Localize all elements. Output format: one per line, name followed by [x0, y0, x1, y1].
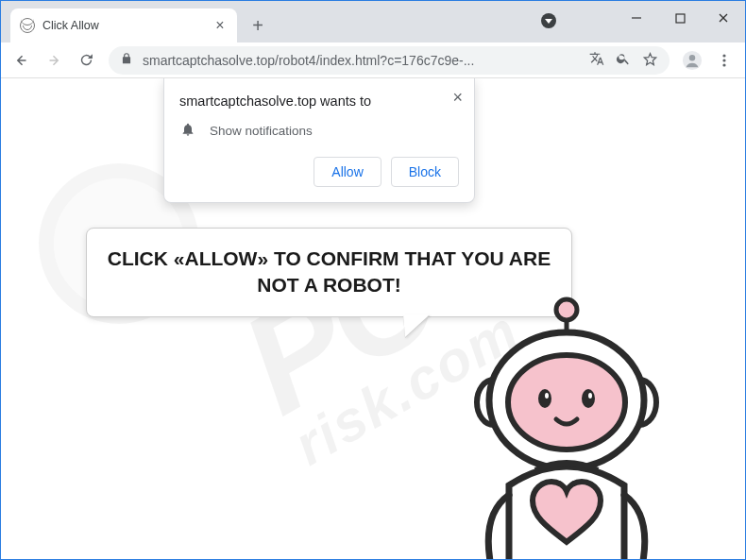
maximize-button[interactable] [658, 1, 702, 35]
star-icon[interactable] [642, 51, 658, 70]
svg-point-14 [508, 355, 625, 450]
reload-button[interactable] [73, 47, 99, 74]
close-tab-icon[interactable]: × [212, 17, 228, 34]
svg-point-5 [689, 55, 695, 60]
svg-point-16 [582, 389, 595, 408]
url-text: smartcaptchasolve.top/robot4/index.html?… [143, 53, 580, 68]
svg-point-8 [722, 63, 725, 66]
svg-rect-1 [676, 14, 685, 23]
close-icon[interactable]: × [452, 88, 463, 108]
profile-icon[interactable] [679, 47, 705, 74]
new-tab-button[interactable]: + [245, 12, 271, 39]
forward-button[interactable] [41, 47, 67, 74]
allow-button[interactable]: Allow [314, 157, 381, 187]
captcha-headline: CLICK «ALLOW» TO CONFIRM THAT YOU ARE NO… [106, 246, 552, 299]
close-window-button[interactable] [702, 1, 745, 35]
browser-toolbar: smartcaptchasolve.top/robot4/index.html?… [1, 42, 745, 78]
robot-illustration [443, 297, 688, 560]
permission-item: Show notifications [179, 122, 459, 140]
browser-tab[interactable]: Click Allow × [10, 8, 237, 42]
svg-point-18 [588, 393, 592, 399]
back-button[interactable] [8, 47, 35, 74]
block-button[interactable]: Block [391, 157, 459, 187]
svg-point-10 [556, 299, 577, 320]
zoom-icon[interactable] [616, 51, 631, 69]
tab-title: Click Allow [42, 19, 99, 32]
globe-icon [20, 18, 35, 33]
translate-icon[interactable] [589, 51, 604, 69]
page-content: PC risk.com × smartcaptchasolve.top want… [1, 78, 745, 560]
svg-point-15 [538, 389, 551, 408]
menu-icon[interactable] [711, 47, 738, 74]
permission-item-label: Show notifications [210, 124, 313, 138]
permission-title: smartcaptchasolve.top wants to [179, 93, 459, 109]
window-titlebar: Click Allow × + [1, 1, 745, 42]
svg-point-6 [722, 54, 725, 57]
window-controls [615, 1, 745, 35]
svg-point-17 [545, 393, 549, 399]
notification-permission-dialog: × smartcaptchasolve.top wants to Show no… [163, 78, 475, 203]
address-bar[interactable]: smartcaptchasolve.top/robot4/index.html?… [109, 46, 670, 75]
bubble-tail-icon [403, 314, 430, 337]
minimize-button[interactable] [615, 1, 658, 35]
media-indicator-icon[interactable] [541, 13, 556, 28]
svg-point-7 [722, 59, 725, 61]
bell-icon [179, 122, 196, 140]
lock-icon[interactable] [120, 52, 133, 68]
